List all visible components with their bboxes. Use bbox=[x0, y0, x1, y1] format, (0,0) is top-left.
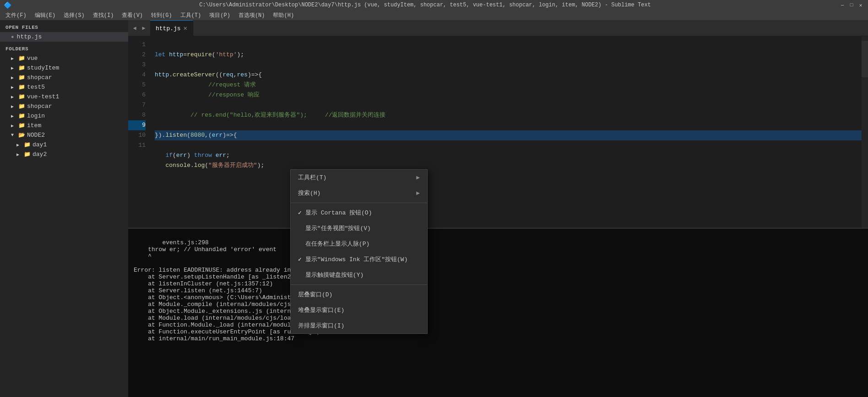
ctx-item-taskview[interactable]: ✓ 显示"任务视图"按钮(V) bbox=[291, 220, 427, 236]
sidebar-folder-day2[interactable]: ▶ 📁 day2 bbox=[0, 150, 128, 159]
folder-icon-shopcar1: 📁 bbox=[18, 74, 25, 81]
main-layout: OPEN FILES ● http.js FOLDERS ▶ 📁 vue ▶ 📁… bbox=[0, 20, 868, 397]
folder-icon-vue-test1: 📁 bbox=[18, 93, 25, 100]
ctx-item-people[interactable]: ✓ 在任务栏上显示人脉(P) bbox=[291, 236, 427, 252]
tab-navigation: ◀ ▶ bbox=[128, 20, 150, 36]
folder-icon-studyitem: 📁 bbox=[18, 64, 25, 71]
tab-next-button[interactable]: ▶ bbox=[139, 23, 148, 32]
line-numbers: 1 2 3 4 5 6 7 8 9 10 11 bbox=[128, 36, 151, 228]
menu-project[interactable]: 项目(P) bbox=[206, 11, 234, 20]
folder-icon-day2: 📁 bbox=[24, 151, 31, 158]
code-line-7: // res.end("hello,欢迎来到服务器"); //返回数据并关闭连接 bbox=[155, 112, 385, 118]
sidebar-folder-login[interactable]: ▶ 📁 login bbox=[0, 111, 128, 121]
sidebar-folder-vue-test1[interactable]: ▶ 📁 vue-test1 bbox=[0, 92, 128, 102]
ctx-label-cascade: 层叠窗口(D) bbox=[298, 290, 332, 299]
file-icon: ● bbox=[11, 34, 14, 40]
ctx-label-touchkb: 显示触摸键盘按钮(Y) bbox=[305, 271, 363, 279]
title-bar-controls: — □ ✕ bbox=[839, 1, 864, 9]
expand-icon-node2: ▼ bbox=[11, 133, 16, 138]
line-num-5: 5 bbox=[128, 80, 146, 90]
line-num-9: 9 bbox=[128, 120, 146, 130]
ctx-item-search[interactable]: 搜索(H) ▶ bbox=[291, 185, 427, 201]
title-icon: 🔷 bbox=[4, 1, 11, 9]
ctx-arrow-toolbar: ▶ bbox=[416, 174, 420, 181]
sidebar-folder-test5[interactable]: ▶ 📁 test5 bbox=[0, 82, 128, 92]
sidebar-folder-day1[interactable]: ▶ 📁 day1 bbox=[0, 140, 128, 150]
ctx-label-sidebyside: 并排显示窗口(I) bbox=[298, 322, 344, 330]
sidebar-open-files: OPEN FILES ● http.js bbox=[0, 20, 128, 43]
ctx-item-winink[interactable]: ✓ 显示"Windows Ink 工作区"按钮(W) bbox=[291, 252, 427, 267]
ctx-item-touchkb[interactable]: ✓ 显示触摸键盘按钮(Y) bbox=[291, 267, 427, 283]
folder-icon-vue: 📁 bbox=[18, 55, 25, 62]
menu-help[interactable]: 帮助(H) bbox=[269, 11, 298, 20]
folder-icon-day1: 📁 bbox=[24, 141, 31, 148]
menu-edit[interactable]: 编辑(E) bbox=[31, 11, 60, 20]
tab-close-http-js[interactable]: ✕ bbox=[184, 25, 187, 32]
editor-area: ◀ ▶ http.js ✕ 1 2 3 4 5 6 7 8 bbox=[128, 20, 868, 397]
file-name: http.js bbox=[17, 33, 42, 40]
sidebar-folder-studyitem[interactable]: ▶ 📁 studyItem bbox=[0, 63, 128, 73]
open-files-label: OPEN FILES bbox=[0, 22, 128, 32]
sidebar-folders: FOLDERS ▶ 📁 vue ▶ 📁 studyItem ▶ 📁 shopca… bbox=[0, 43, 128, 159]
sidebar: OPEN FILES ● http.js FOLDERS ▶ 📁 vue ▶ 📁… bbox=[0, 20, 128, 397]
menu-bar: 文件(F) 编辑(E) 选择(S) 查找(I) 查看(V) 转到(G) 工具(T… bbox=[0, 10, 868, 20]
code-editor: 1 2 3 4 5 6 7 8 9 10 11 let http=require… bbox=[128, 36, 868, 228]
sidebar-folder-node2[interactable]: ▼ 📂 NODE2 bbox=[0, 130, 128, 140]
sidebar-file-http-js[interactable]: ● http.js bbox=[0, 32, 128, 42]
line-num-8: 8 bbox=[128, 110, 146, 120]
folder-name-item: item bbox=[27, 122, 41, 129]
folder-name-shopcar1: shopcar bbox=[27, 74, 52, 81]
code-content[interactable]: let http=require('http'); http.createSer… bbox=[151, 36, 862, 228]
title-bar: 🔷 C:\Users\Administrator\Desktop\NODE2\d… bbox=[0, 0, 868, 10]
tab-prev-button[interactable]: ◀ bbox=[130, 23, 139, 32]
ctx-label-people: 在任务栏上显示人脉(P) bbox=[305, 240, 369, 248]
sidebar-folder-vue[interactable]: ▶ 📁 vue bbox=[0, 54, 128, 63]
ctx-item-sidebyside[interactable]: 并排显示窗口(I) bbox=[291, 318, 427, 333]
folder-name-vue: vue bbox=[27, 55, 38, 62]
tab-bar: ◀ ▶ http.js ✕ bbox=[128, 20, 868, 36]
menu-prefs[interactable]: 首选项(N) bbox=[235, 11, 269, 20]
maximize-button[interactable]: □ bbox=[848, 1, 855, 9]
folder-name-vue-test1: vue-test1 bbox=[27, 93, 59, 100]
menu-tools[interactable]: 工具(T) bbox=[177, 11, 205, 20]
ctx-check-cortana: ✓ bbox=[298, 209, 302, 216]
line-num-11: 11 bbox=[128, 140, 146, 150]
ctx-label-cortana: 显示 Cortana 按钮(O) bbox=[305, 209, 372, 217]
minimize-button[interactable]: — bbox=[839, 1, 846, 9]
line-num-1: 1 bbox=[128, 40, 146, 50]
menu-goto[interactable]: 转到(G) bbox=[147, 11, 176, 20]
expand-icon-login: ▶ bbox=[11, 113, 16, 119]
expand-icon-day2: ▶ bbox=[16, 152, 22, 157]
ctx-item-cortana[interactable]: ✓ 显示 Cortana 按钮(O) bbox=[291, 205, 427, 220]
terminal[interactable]: events.js:298 throw er; // Unhandled 'er… bbox=[128, 228, 868, 397]
code-line-1: let http=require('http'); bbox=[155, 51, 244, 58]
expand-icon-vue: ▶ bbox=[11, 56, 16, 61]
menu-select[interactable]: 选择(S) bbox=[60, 11, 88, 20]
code-line-3: http.createServer((req,res)=>{ bbox=[155, 71, 262, 78]
expand-icon-shopcar2: ▶ bbox=[11, 104, 16, 109]
line-num-3: 3 bbox=[128, 60, 146, 70]
folder-name-login: login bbox=[27, 113, 45, 119]
tab-http-js[interactable]: http.js ✕ bbox=[150, 20, 193, 36]
tab-label-http-js: http.js bbox=[156, 25, 181, 32]
folder-name-studyitem: studyItem bbox=[27, 64, 59, 71]
folder-icon-shopcar2: 📁 bbox=[18, 103, 25, 110]
sidebar-folder-item[interactable]: ▶ 📁 item bbox=[0, 121, 128, 130]
menu-find[interactable]: 查找(I) bbox=[89, 11, 118, 20]
sidebar-folder-shopcar1[interactable]: ▶ 📁 shopcar bbox=[0, 73, 128, 82]
expand-icon-shopcar1: ▶ bbox=[11, 75, 16, 80]
menu-view[interactable]: 查看(V) bbox=[118, 11, 146, 20]
ctx-separator-2 bbox=[291, 284, 427, 285]
ctx-item-toolbar[interactable]: 工具栏(T) ▶ bbox=[291, 170, 427, 185]
folder-icon-item: 📁 bbox=[18, 122, 25, 129]
code-line-10: if(err) throw err; bbox=[155, 152, 230, 159]
folder-icon-node2: 📂 bbox=[18, 132, 25, 139]
ctx-item-stack[interactable]: 堆叠显示窗口(E) bbox=[291, 302, 427, 318]
sidebar-folder-shopcar2[interactable]: ▶ 📁 shopcar bbox=[0, 102, 128, 111]
close-button[interactable]: ✕ bbox=[857, 1, 864, 9]
menu-file[interactable]: 文件(F) bbox=[2, 11, 30, 20]
ctx-label-search: 搜索(H) bbox=[298, 189, 320, 197]
line-num-4: 4 bbox=[128, 70, 146, 80]
ctx-item-cascade[interactable]: 层叠窗口(D) bbox=[291, 287, 427, 302]
code-line-9: }).listen(8080,(err)=>{ bbox=[155, 130, 862, 140]
